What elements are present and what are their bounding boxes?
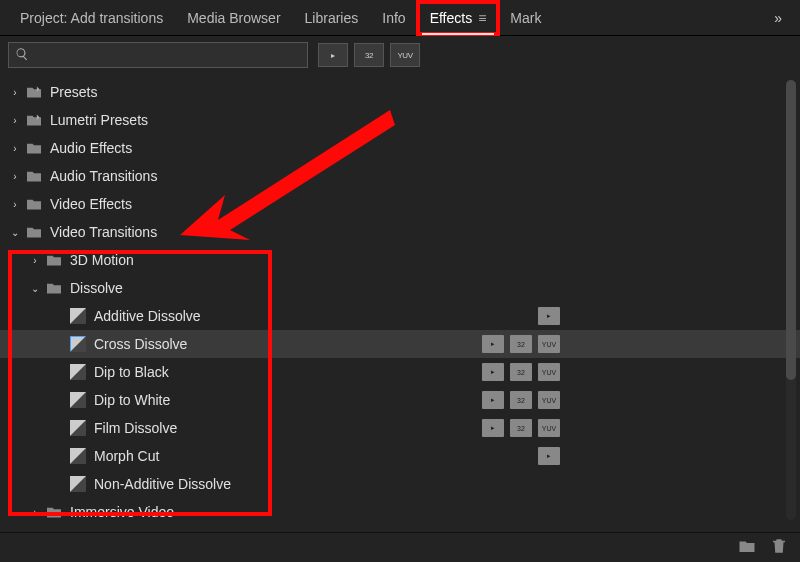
transition-icon — [68, 420, 88, 436]
transition-icon — [68, 336, 88, 352]
transition-icon — [68, 308, 88, 324]
tree-item-cross-dissolve[interactable]: Cross Dissolve ▸ 32 YUV — [0, 330, 800, 358]
folder-icon — [44, 252, 64, 268]
panel-tabs: Project: Add transitions Media Browser L… — [0, 0, 800, 36]
chevron-right-icon[interactable]: › — [8, 85, 22, 99]
tree-item-audio-transitions[interactable]: › Audio Transitions — [0, 162, 800, 190]
folder-icon — [44, 504, 64, 520]
tree-item-immersive-video[interactable]: › Immersive Video — [0, 498, 800, 526]
chevron-down-icon[interactable]: ⌄ — [28, 281, 42, 295]
badge-accel-icon: ▸ — [538, 447, 560, 465]
folder-icon — [24, 196, 44, 212]
badge-accel-icon: ▸ — [482, 419, 504, 437]
chevron-right-icon[interactable]: › — [28, 505, 42, 519]
tree-item-presets[interactable]: › Presets — [0, 78, 800, 106]
tree-label: Audio Transitions — [50, 168, 157, 184]
new-bin-icon[interactable] — [738, 537, 756, 558]
tree-label: Dip to White — [94, 392, 170, 408]
chevron-right-icon[interactable]: › — [8, 197, 22, 211]
vertical-scrollbar[interactable] — [786, 80, 796, 520]
tree-label: Film Dissolve — [94, 420, 177, 436]
badge-yuv-icon: YUV — [538, 419, 560, 437]
tree-label: Immersive Video — [70, 504, 174, 520]
panel-footer — [0, 532, 800, 562]
badge-accelerated[interactable]: ▸ — [318, 43, 348, 67]
transition-icon — [68, 364, 88, 380]
search-icon — [15, 47, 29, 64]
effects-search-box[interactable] — [8, 42, 308, 68]
tree-label: Video Transitions — [50, 224, 157, 240]
badge-accel-icon: ▸ — [538, 307, 560, 325]
transition-icon — [68, 448, 88, 464]
tab-media-browser[interactable]: Media Browser — [175, 2, 292, 34]
tree-label: Presets — [50, 84, 97, 100]
badge-accel-icon: ▸ — [482, 363, 504, 381]
badge-accel-icon: ▸ — [482, 391, 504, 409]
badge-32bit[interactable]: 32 — [354, 43, 384, 67]
effects-search-row: ▸ 32 YUV — [0, 36, 800, 74]
chevron-right-icon[interactable]: › — [8, 141, 22, 155]
transition-icon — [68, 476, 88, 492]
badge-32-icon: 32 — [510, 419, 532, 437]
search-input[interactable] — [33, 48, 301, 63]
tree-label: 3D Motion — [70, 252, 134, 268]
tree-label: Additive Dissolve — [94, 308, 201, 324]
tree-label: Dissolve — [70, 280, 123, 296]
badge-32-icon: 32 — [510, 335, 532, 353]
tree-item-video-effects[interactable]: › Video Effects — [0, 190, 800, 218]
tree-label: Morph Cut — [94, 448, 159, 464]
chevron-right-icon[interactable]: › — [28, 253, 42, 267]
tabs-overflow-button[interactable]: » — [764, 4, 792, 32]
badge-32-icon: 32 — [510, 391, 532, 409]
tab-project[interactable]: Project: Add transitions — [8, 2, 175, 34]
tree-item-additive-dissolve[interactable]: Additive Dissolve ▸ — [0, 302, 800, 330]
folder-icon — [24, 224, 44, 240]
tree-label: Dip to Black — [94, 364, 169, 380]
tab-markers[interactable]: Mark — [498, 2, 553, 34]
effects-tree: › Presets › Lumetri Presets › Audio Effe… — [0, 74, 800, 532]
tree-item-video-transitions[interactable]: ⌄ Video Transitions — [0, 218, 800, 246]
tab-effects[interactable]: Effects≡ — [418, 2, 499, 34]
trash-icon[interactable] — [770, 537, 788, 558]
tree-item-morph-cut[interactable]: Morph Cut ▸ — [0, 442, 800, 470]
tree-item-3d-motion[interactable]: › 3D Motion — [0, 246, 800, 274]
badge-yuv[interactable]: YUV — [390, 43, 420, 67]
tree-item-dip-to-white[interactable]: Dip to White ▸ 32 YUV — [0, 386, 800, 414]
tree-item-audio-effects[interactable]: › Audio Effects — [0, 134, 800, 162]
tab-libraries[interactable]: Libraries — [293, 2, 371, 34]
badge-32-icon: 32 — [510, 363, 532, 381]
badge-yuv-icon: YUV — [538, 363, 560, 381]
scrollbar-thumb[interactable] — [786, 80, 796, 380]
tree-item-lumetri-presets[interactable]: › Lumetri Presets — [0, 106, 800, 134]
chevron-down-icon[interactable]: ⌄ — [8, 225, 22, 239]
tree-item-dissolve[interactable]: ⌄ Dissolve — [0, 274, 800, 302]
tree-label: Lumetri Presets — [50, 112, 148, 128]
tree-label: Cross Dissolve — [94, 336, 187, 352]
folder-icon — [44, 280, 64, 296]
chevron-right-icon[interactable]: › — [8, 113, 22, 127]
badge-accel-icon: ▸ — [482, 335, 504, 353]
tree-item-dip-to-black[interactable]: Dip to Black ▸ 32 YUV — [0, 358, 800, 386]
tree-label: Non-Additive Dissolve — [94, 476, 231, 492]
tree-label: Video Effects — [50, 196, 132, 212]
transition-icon — [68, 392, 88, 408]
tab-info[interactable]: Info — [370, 2, 417, 34]
filter-badges: ▸ 32 YUV — [318, 43, 420, 67]
tree-label: Audio Effects — [50, 140, 132, 156]
tree-item-film-dissolve[interactable]: Film Dissolve ▸ 32 YUV — [0, 414, 800, 442]
presets-icon — [24, 84, 44, 100]
chevron-right-icon[interactable]: › — [8, 169, 22, 183]
tree-item-non-additive-dissolve[interactable]: Non-Additive Dissolve — [0, 470, 800, 498]
folder-icon — [24, 168, 44, 184]
badge-yuv-icon: YUV — [538, 335, 560, 353]
folder-icon — [24, 140, 44, 156]
presets-icon — [24, 112, 44, 128]
panel-menu-icon[interactable]: ≡ — [478, 10, 486, 26]
badge-yuv-icon: YUV — [538, 391, 560, 409]
